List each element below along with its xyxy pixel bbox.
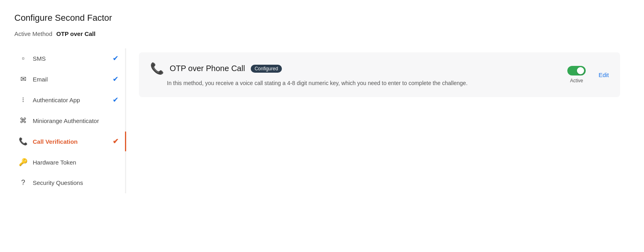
sidebar-item-sms[interactable]: ▫ SMS ✔ (14, 48, 125, 68)
sidebar-item-call-verification[interactable]: 📞 Call Verification ✔ (14, 131, 125, 151)
method-description: In this method, you receive a voice call… (167, 79, 609, 87)
toggle-container: Active (567, 66, 586, 83)
sidebar-item-security-questions[interactable]: ? Security Questions (14, 173, 125, 192)
grid2-icon: ⌘ (18, 116, 28, 125)
sidebar-item-email[interactable]: ✉ Email ✔ (14, 69, 125, 89)
active-label: Active (570, 78, 583, 83)
sidebar-item-miniorange-authenticator[interactable]: ⌘ Miniorange Authenticator (14, 111, 125, 131)
sidebar-item-label-hardware-token: Hardware Token (33, 159, 76, 166)
configured-badge: Configured (251, 65, 282, 73)
sms-icon: ▫ (18, 54, 28, 63)
email-icon: ✉ (18, 75, 28, 83)
toggle-thumb (577, 67, 584, 74)
method-card-header: 📞 OTP over Phone Call Configured (150, 62, 609, 75)
hardware-icon: 🔑 (18, 158, 28, 167)
sidebar-item-hardware-token[interactable]: 🔑 Hardware Token (14, 152, 125, 172)
edit-button[interactable]: Edit (598, 71, 609, 78)
sidebar-item-label-security-questions: Security Questions (33, 179, 83, 186)
page-title: Configure Second Factor (14, 13, 630, 23)
main-layout: ▫ SMS ✔ ✉ Email ✔ ⁝ Authenticator App ✔ (14, 48, 630, 193)
page-wrapper: Configure Second Factor Active Method OT… (0, 0, 644, 252)
active-method-value: OTP over Call (56, 30, 95, 37)
sidebar-item-label-sms: SMS (33, 55, 46, 62)
active-method-row: Active Method OTP over Call (14, 30, 630, 37)
sidebar-item-label-miniorange: Miniorange Authenticator (33, 117, 99, 124)
call-verification-check-icon: ✔ (113, 137, 119, 146)
toggle-track (567, 66, 586, 75)
content-area: 📞 OTP over Phone Call Configured In this… (126, 48, 630, 193)
email-check-icon: ✔ (113, 75, 119, 83)
method-card: 📞 OTP over Phone Call Configured In this… (139, 52, 620, 97)
grid-icon: ⁝ (18, 95, 28, 104)
method-title: OTP over Phone Call (170, 64, 245, 73)
method-card-left: 📞 OTP over Phone Call Configured In this… (150, 62, 609, 87)
active-toggle[interactable] (567, 66, 586, 75)
question-icon: ? (18, 179, 28, 187)
method-card-actions: Active Edit (567, 66, 609, 83)
active-method-label: Active Method (14, 30, 52, 37)
sidebar-item-label-authenticator-app: Authenticator App (33, 97, 80, 103)
sidebar-item-label-email: Email (33, 76, 48, 83)
sms-check-icon: ✔ (113, 54, 119, 63)
sidebar: ▫ SMS ✔ ✉ Email ✔ ⁝ Authenticator App ✔ (14, 48, 126, 193)
sidebar-item-authenticator-app[interactable]: ⁝ Authenticator App ✔ (14, 90, 125, 110)
sidebar-item-label-call-verification: Call Verification (33, 138, 78, 145)
authenticator-app-check-icon: ✔ (113, 95, 119, 104)
call-icon: 📞 (18, 137, 28, 146)
phone-call-icon: 📞 (150, 62, 164, 75)
